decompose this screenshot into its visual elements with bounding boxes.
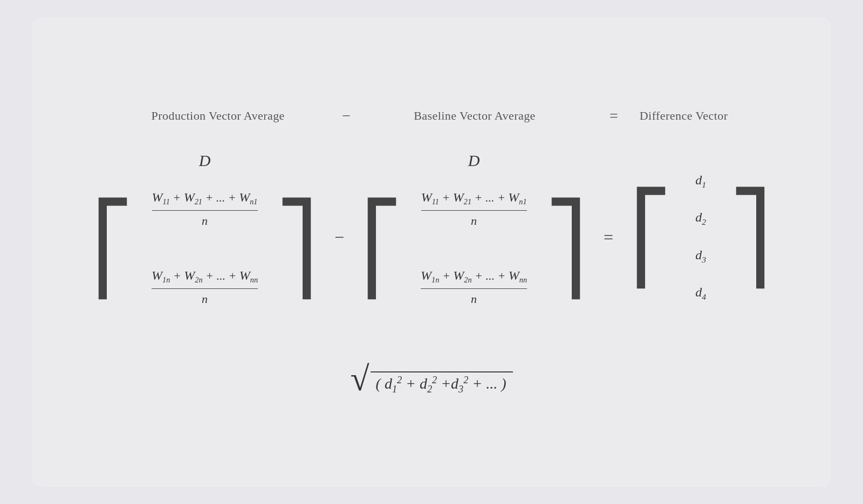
sqrt-expression: ( d12 + d22 +d32 + ... ): [369, 374, 513, 397]
result-vector: ⎡ d1 d2 d3 d4 ⎤: [629, 162, 772, 313]
sqrt-symbol: √: [350, 362, 369, 397]
base-frac1-num: W11 + W21 + ... + Wn1: [421, 190, 527, 209]
base-frac2-line: [421, 288, 527, 289]
diff-vector-label: Difference Vector: [640, 109, 737, 123]
base-frac2-den: n: [471, 290, 477, 306]
result-d3: d3: [695, 248, 706, 265]
result-d2: d2: [695, 210, 706, 227]
prod-d-label: D: [199, 151, 211, 170]
base-bracket-left: ⎡: [360, 205, 403, 292]
base-d-label: D: [468, 151, 480, 170]
prod-row1: W11 + W21 + ... + Wn1 n: [152, 190, 258, 227]
equals-operator-header: =: [609, 107, 618, 125]
base-frac1: W11 + W21 + ... + Wn1 n: [421, 190, 527, 227]
sqrt-content-wrap: ( d12 + d22 +d32 + ... ): [369, 371, 513, 397]
equation-row: D ⎡ W11 + W21 + ... + Wn1 n: [65, 151, 798, 324]
result-bracket-left: ⎡: [629, 195, 673, 281]
header-row: Production Vector Average − Baseline Vec…: [65, 107, 798, 125]
base-row2: W1n + W2n + ... + Wnn n: [421, 268, 527, 306]
main-container: Production Vector Average − Baseline Vec…: [32, 18, 831, 487]
result-bracket-right: ⎤: [729, 195, 772, 281]
prod-bracket-right: ⎤: [275, 205, 318, 292]
prod-frac1-den: n: [202, 212, 208, 228]
base-frac2: W1n + W2n + ... + Wnn n: [421, 268, 527, 306]
sqrt-overline: [371, 371, 513, 372]
base-row1: W11 + W21 + ... + Wn1 n: [421, 190, 527, 227]
prod-matrix-content: W11 + W21 + ... + Wn1 n W1n + W2n + ... …: [141, 173, 269, 324]
base-frac2-num: W1n + W2n + ... + Wnn: [421, 268, 527, 287]
base-bracket-right: ⎤: [544, 205, 587, 292]
base-matrix-content: W11 + W21 + ... + Wn1 n W1n + W2n + ... …: [410, 173, 538, 324]
sqrt-row: √ ( d12 + d22 +d32 + ... ): [65, 362, 798, 397]
equals-operator-eq: =: [604, 227, 613, 247]
prod-frac2-line: [152, 288, 258, 289]
prod-frac1-num: W11 + W21 + ... + Wn1: [152, 190, 258, 209]
result-d4: d4: [695, 285, 706, 302]
prod-bracket-left: ⎡: [91, 205, 134, 292]
prod-vector-label: Production Vector Average: [126, 109, 310, 123]
prod-row2: W1n + W2n + ... + Wnn n: [152, 268, 258, 306]
baseline-matrix: D ⎡ W11 + W21 + ... + Wn1 n: [360, 151, 587, 324]
minus-operator-header: −: [342, 107, 351, 125]
base-frac1-line: [421, 210, 527, 211]
prod-frac2: W1n + W2n + ... + Wnn n: [152, 268, 258, 306]
prod-frac2-num: W1n + W2n + ... + Wnn: [152, 268, 258, 287]
prod-frac1-line: [152, 210, 258, 211]
base-vector-label: Baseline Vector Average: [383, 109, 566, 123]
prod-frac2-den: n: [202, 290, 208, 306]
production-matrix: D ⎡ W11 + W21 + ... + Wn1 n: [91, 151, 318, 324]
result-content: d1 d2 d3 d4: [679, 162, 722, 313]
minus-operator-eq: −: [334, 227, 344, 247]
base-frac1-den: n: [471, 212, 477, 228]
result-d1: d1: [695, 173, 706, 190]
prod-frac1: W11 + W21 + ... + Wn1 n: [152, 190, 258, 227]
